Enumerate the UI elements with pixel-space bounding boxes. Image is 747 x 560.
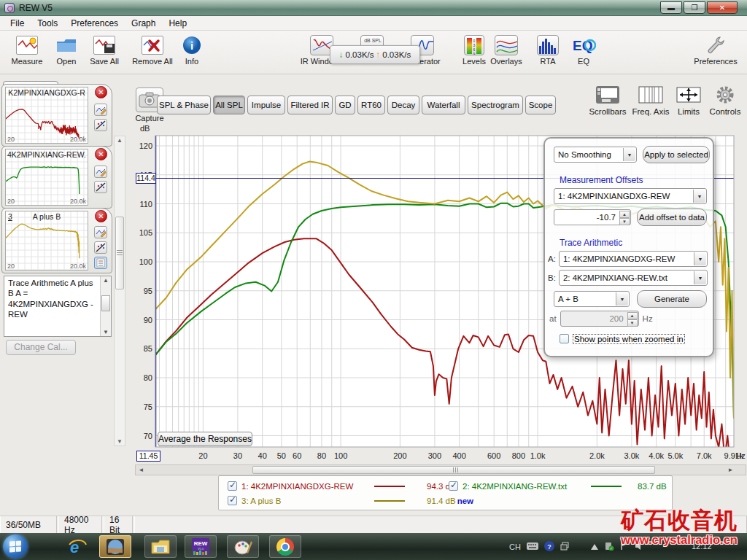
usb-device-icon[interactable]: ✓ (604, 542, 614, 552)
taskbar-rew-icon[interactable]: REWV5.0 (185, 535, 217, 558)
window-restore-tray-icon[interactable] (560, 542, 569, 552)
trace3-line-swatch (374, 500, 405, 502)
volume-icon[interactable] (635, 542, 643, 552)
cursor-db-readout: 114.4 (136, 173, 156, 184)
show-points-checkbox[interactable] (560, 334, 569, 343)
measurement-thumbnail[interactable]: 3 A plus B 20 20.0k (5, 211, 88, 271)
tab-decay[interactable]: Decay (387, 96, 419, 114)
show-hidden-icons[interactable] (591, 542, 598, 551)
measurement-thumbnail[interactable]: K2MPINXIANGDXG-R 20 20.0k (5, 87, 88, 144)
panel-scrollbar[interactable]: ▲ ▼ (114, 136, 125, 446)
help-icon[interactable]: ? (544, 541, 554, 553)
chart-horizontal-scrollbar[interactable]: ◄ ► (135, 464, 746, 475)
trace-b-select[interactable]: 2: 4K2MPINXIANG-REW.txt▼ (559, 270, 708, 286)
tab-impulse[interactable]: Impulse (247, 96, 285, 114)
tab-scope[interactable]: Scope (525, 96, 556, 114)
scrollbars-button[interactable]: Scrollbars (586, 84, 630, 116)
mini-trace (6, 109, 80, 139)
ruler-icon[interactable] (94, 181, 107, 193)
action-center-flag-icon[interactable] (620, 542, 629, 552)
language-indicator[interactable]: CH (509, 542, 521, 551)
clock[interactable]: 12:12 (692, 542, 712, 551)
menu-graph[interactable]: Graph (125, 17, 161, 30)
scroll-right-icon[interactable]: ► (725, 465, 736, 475)
tab-rt60[interactable]: RT60 (357, 96, 385, 114)
close-measurement-icon[interactable]: ✕ (95, 210, 107, 222)
status-bar: 36/50MB 48000 Hz 16 Bit (0, 516, 747, 533)
measurement-card-2[interactable]: 4K2MPINXIANG-REW. 20 20.0k ✕ (1, 146, 112, 209)
offset-measurement-select[interactable]: 1: 4K2MPINXIANGDXG-REW▼ (554, 188, 707, 204)
offset-value-spinner[interactable]: -10.7▲▼ (554, 209, 631, 225)
upload-arrow-icon: ↑ (376, 50, 381, 59)
taskbar-ie-icon[interactable]: e (61, 535, 93, 558)
tab-spl-phase[interactable]: SPL & Phase (157, 96, 211, 114)
measurement-notes-text[interactable]: Trace Arithmetic A plus B A = 4K2MPINXIA… (4, 276, 112, 337)
menu-preferences[interactable]: Preferences (65, 17, 124, 30)
edit-measurement-icon[interactable] (94, 104, 107, 116)
info-button[interactable]: i Info (170, 34, 214, 66)
tab-filtered-ir[interactable]: Filtered IR (287, 96, 333, 114)
change-cal-button[interactable]: Change Cal... (6, 340, 76, 355)
close-button[interactable]: ✕ (707, 1, 738, 14)
measurement-thumbnail[interactable]: 4K2MPINXIANG-REW. 20 20.0k (5, 149, 88, 206)
measure-button[interactable]: Measure (5, 34, 49, 66)
limits-button[interactable]: Limits (670, 84, 707, 116)
ruler-icon[interactable] (94, 119, 107, 131)
tab-waterfall[interactable]: Waterfall (422, 96, 465, 114)
y-tick-label: 95 (144, 287, 152, 295)
scroll-down-icon[interactable]: ▼ (101, 329, 111, 335)
tab-all-spl[interactable]: All SPL (213, 96, 245, 114)
generate-button[interactable]: Generate (637, 290, 707, 308)
ruler-icon[interactable] (94, 241, 107, 254)
open-button[interactable]: Open (44, 34, 88, 66)
scroll-up-icon[interactable]: ▲ (115, 137, 125, 144)
average-responses-button[interactable]: Average the Responses (158, 432, 252, 446)
scrollbar-thumb[interactable] (101, 295, 110, 311)
keyboard-icon[interactable] (527, 542, 538, 551)
freq-axis-button[interactable]: Freq. Axis (629, 84, 673, 116)
scroll-left-icon[interactable]: ◄ (136, 465, 147, 475)
tab-gd[interactable]: GD (335, 96, 355, 114)
new-badge: new (457, 497, 473, 505)
measurement-card-3[interactable]: 3 A plus B 20 20.0k ✕ (1, 208, 112, 273)
close-measurement-icon[interactable]: ✕ (95, 148, 107, 160)
menu-help[interactable]: Help (163, 17, 193, 30)
start-button[interactable] (3, 534, 28, 559)
menu-tools[interactable]: Tools (31, 17, 63, 30)
trace1-line-swatch (374, 486, 405, 487)
menu-file[interactable]: File (4, 17, 30, 30)
taskbar-paint-icon[interactable] (227, 535, 259, 558)
preferences-button[interactable]: Preferences (690, 34, 741, 66)
trace3-checkbox[interactable] (228, 496, 237, 505)
scroll-down-icon[interactable]: ▼ (115, 438, 125, 445)
mini-trace (6, 167, 80, 194)
close-measurement-icon[interactable]: ✕ (95, 86, 107, 98)
operation-select[interactable]: A + B▼ (554, 291, 630, 307)
restore-button[interactable]: ❐ (684, 1, 705, 14)
apply-to-selected-button[interactable]: Apply to selected (643, 146, 710, 163)
trace1-checkbox[interactable] (228, 481, 237, 491)
measurement-card-1[interactable]: K2MPINXIANGDXG-R 20 20.0k ✕ (1, 84, 112, 147)
taskbar-photo-viewer-icon[interactable] (99, 535, 131, 558)
taskbar-chrome-icon[interactable] (269, 535, 301, 558)
eq-button[interactable]: EQ EQ (568, 34, 600, 66)
add-offset-button[interactable]: Add offset to data (637, 209, 707, 226)
tab-spectrogram[interactable]: Spectrogram (468, 96, 523, 114)
smoothing-select[interactable]: No Smoothing▼ (554, 147, 637, 163)
trace-a-select[interactable]: 1: 4K2MPINXIANGDXG-REW▼ (559, 251, 708, 267)
remove-all-button[interactable]: Remove All (131, 34, 174, 66)
notes-icon[interactable] (94, 257, 107, 269)
controls-button[interactable]: Controls (703, 84, 747, 116)
save-all-button[interactable]: Save All (82, 34, 126, 66)
edit-measurement-icon[interactable] (94, 166, 107, 178)
rta-button[interactable]: RTA (531, 34, 565, 66)
minimize-button[interactable]: ▬ (660, 1, 682, 14)
taskbar-explorer-icon[interactable] (144, 535, 177, 558)
status-spacer (134, 516, 747, 533)
overlays-button[interactable]: Overlays (484, 34, 528, 66)
scroll-up-icon[interactable]: ▲ (101, 277, 111, 284)
notes-scrollbar[interactable]: ▲ ▼ (100, 276, 111, 336)
edit-measurement-icon[interactable] (94, 226, 107, 238)
svg-text:?: ? (547, 542, 551, 550)
trace2-checkbox[interactable] (449, 481, 458, 491)
